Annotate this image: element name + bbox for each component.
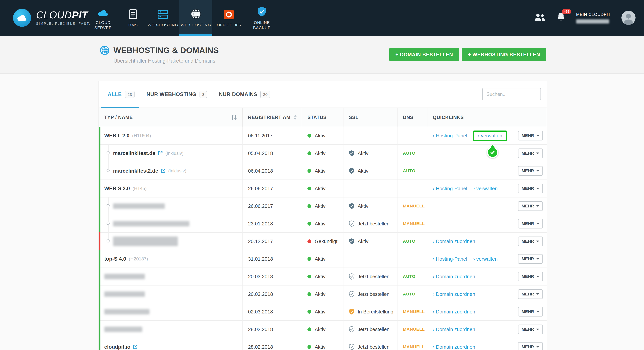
cell-quicklinks: MEHR [428, 162, 547, 179]
tab-nur-domains[interactable]: NUR DOMAINS 20 [219, 81, 270, 108]
cell-status: Aktiv [302, 321, 344, 338]
ssl-order-link[interactable]: Jetzt bestellen [358, 221, 390, 227]
nav-item-online-backup[interactable]: ONLINE BACKUP [245, 0, 278, 36]
nav-item-office-365[interactable]: OFFICE 365 [212, 0, 245, 36]
status-dot-icon [308, 134, 311, 138]
mehr-button[interactable]: MEHR [518, 289, 543, 299]
table-row: WEB S 2.0 (H145) 26.06.2017 Aktiv › Host… [99, 180, 547, 197]
mehr-button[interactable]: MEHR [518, 236, 543, 246]
status-label: Aktiv [315, 150, 326, 156]
cell-quicklinks: › Domain zuordnen MEHR [428, 303, 547, 320]
ssl-order-link[interactable]: Jetzt bestellen [358, 327, 390, 332]
dns-mode: MANUELL [403, 221, 425, 226]
sort-icon[interactable] [231, 115, 237, 120]
mehr-button[interactable]: MEHR [518, 307, 543, 317]
nav-label: WEB HOSTING [181, 22, 211, 27]
hosting-panel-link[interactable]: › Hosting-Panel [433, 186, 467, 191]
mehr-button[interactable]: MEHR [518, 254, 543, 264]
cell-dns: MANUELL [398, 338, 428, 350]
cell-dns: AUTO [398, 233, 428, 250]
ssl-shield-icon [349, 326, 354, 333]
nav-item-web-hosting-active[interactable]: WEB HOSTING [180, 0, 212, 36]
cell-ssl: Jetzt bestellen [344, 286, 398, 303]
cell-quicklinks: › Domain zuordnen MEHR [428, 268, 547, 285]
mehr-button[interactable]: MEHR [518, 184, 543, 193]
cell-quicklinks: › Domain zuordnen MEHR [428, 286, 547, 303]
mehr-button[interactable]: MEHR [518, 219, 543, 228]
brand-logo[interactable]: CLOUDPIT SIMPLE. FLEXIBLE. FAST. [0, 0, 87, 36]
cell-status: Aktiv [302, 268, 344, 285]
domain-zuordnen-link[interactable]: › Domain zuordnen [433, 344, 475, 350]
cell-registered: 28.02.2018 [243, 321, 302, 338]
ssl-shield-icon [349, 203, 354, 209]
cell-registered: 05.04.2018 [243, 145, 302, 162]
mehr-button[interactable]: MEHR [518, 166, 543, 176]
content: ALLE 23 NUR WEBHOSTING 3 NUR DOMAINS 20 … [0, 74, 644, 350]
cell-ssl: Jetzt bestellen [344, 215, 398, 232]
domain-zuordnen-link[interactable]: › Domain zuordnen [433, 327, 475, 332]
external-link-icon[interactable] [133, 345, 138, 350]
page-subtitle: Übersicht aller Hosting-Pakete und Domai… [114, 58, 219, 64]
verwalten-link[interactable]: › verwalten [473, 256, 498, 262]
domain-zuordnen-link[interactable]: › Domain zuordnen [433, 238, 475, 244]
order-webhosting-button[interactable]: + WEBHOSTING BESTELLEN [462, 48, 546, 61]
external-link-icon[interactable] [160, 169, 166, 173]
redacted-user-name [576, 19, 609, 23]
notifications-button[interactable]: >99 [556, 12, 566, 23]
mehr-button[interactable]: MEHR [518, 325, 543, 334]
domain-zuordnen-link[interactable]: › Domain zuordnen [433, 309, 475, 315]
order-domain-button[interactable]: + DOMAIN BESTELLEN [389, 48, 459, 61]
tree-node-icon [106, 239, 110, 242]
ssl-shield-icon [349, 344, 354, 350]
cell-registered: 31.01.2018 [243, 250, 302, 268]
domain-zuordnen-link[interactable]: › Domain zuordnen [433, 274, 475, 280]
column-header-quicklinks: QUICKLINKS [428, 108, 547, 127]
mehr-button[interactable]: MEHR [518, 149, 543, 158]
cell-dns: AUTO [398, 286, 428, 303]
cell-status: Aktiv [302, 145, 344, 162]
status-dot-icon [308, 204, 311, 208]
nav-item-web-hosting-product[interactable]: WEB-HOSTING [146, 0, 180, 36]
mehr-button[interactable]: MEHR [518, 272, 543, 281]
nav-item-dms[interactable]: DMS [120, 0, 146, 36]
status-dot-icon [308, 345, 311, 349]
table-row: 20.03.2018 Aktiv Jetzt bestellen AUTO › … [99, 286, 547, 303]
sort-icon[interactable] [294, 115, 297, 120]
user-box[interactable]: MEIN CLOUDPIT [576, 12, 611, 23]
nav-item-cloud-server[interactable]: CLOUD SERVER [87, 0, 120, 36]
search-input[interactable] [482, 88, 541, 100]
cell-quicklinks: › Hosting-Panel › verwalten MEHR [428, 250, 547, 268]
external-link-icon[interactable] [158, 151, 163, 156]
ssl-order-link[interactable]: Jetzt bestellen [358, 344, 390, 350]
mehr-button[interactable]: MEHR [518, 342, 543, 350]
mehr-button[interactable]: MEHR [518, 201, 543, 211]
ssl-order-link[interactable]: Jetzt bestellen [358, 291, 390, 297]
status-label: Gekündigt [315, 238, 338, 244]
ssl-shield-icon [349, 220, 354, 227]
hosting-panel-link[interactable]: › Hosting-Panel [433, 133, 467, 139]
hosting-panel-link[interactable]: › Hosting-Panel [433, 256, 467, 262]
office-icon [224, 8, 234, 19]
ssl-order-link[interactable]: Jetzt bestellen [358, 274, 390, 280]
domain-note: (inklusiv) [166, 151, 184, 156]
users-button[interactable] [534, 13, 546, 23]
annotation-check-pin-icon [487, 147, 498, 158]
status-label: Aktiv [315, 291, 326, 297]
cell-registered: 28.02.2018 [243, 338, 302, 350]
avatar[interactable] [622, 11, 636, 25]
tab-alle[interactable]: ALLE 23 [108, 81, 134, 108]
cell-typ-name: WEB S 2.0 (H145) [99, 180, 243, 197]
mehr-button[interactable]: MEHR [518, 131, 543, 141]
cell-ssl: Jetzt bestellen [344, 268, 398, 285]
domain-zuordnen-link[interactable]: › Domain zuordnen [433, 291, 475, 297]
status-label: Aktiv [315, 309, 326, 315]
table-row: 02.03.2018 Aktiv In Bereitstellung MANUE… [99, 303, 547, 321]
cell-quicklinks: › Domain zuordnen MEHR [428, 321, 547, 338]
redacted-text [113, 203, 165, 209]
verwalten-link[interactable]: › verwalten [473, 186, 498, 191]
ssl-shield-icon [349, 309, 354, 315]
tab-nur-webhosting[interactable]: NUR WEBHOSTING 3 [146, 81, 207, 108]
verwalten-link[interactable]: › verwalten [478, 133, 502, 139]
status-dot-icon [308, 239, 311, 243]
server-icon [158, 8, 168, 19]
